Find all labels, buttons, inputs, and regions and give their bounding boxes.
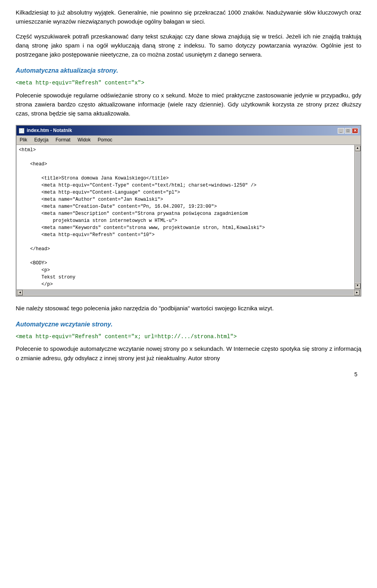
page-number: 5 bbox=[16, 370, 361, 379]
hscroll-track bbox=[24, 290, 353, 295]
scroll-right-button[interactable]: ► bbox=[354, 290, 360, 295]
notepad-titlebar-buttons[interactable]: _ □ ✕ bbox=[338, 128, 358, 134]
maximize-button[interactable]: □ bbox=[345, 128, 351, 134]
section2-code: <meta http-equiv="Refresh" content="x; u… bbox=[16, 333, 361, 341]
paragraph-3: Nie należy stosować tego polecenia jako … bbox=[16, 304, 361, 313]
notepad-body: <html> <head> <title>Strona domowa Jana … bbox=[16, 145, 361, 289]
section1-code: <meta http-equiv="Refresh" content="x"> bbox=[16, 79, 361, 88]
menu-format[interactable]: Format bbox=[54, 136, 72, 144]
paragraph-1: Kilkadziesiąt to już absolutny wyjątek. … bbox=[16, 8, 361, 26]
horizontal-scrollbar[interactable]: ◄ ► bbox=[16, 289, 361, 296]
scroll-left-button[interactable]: ◄ bbox=[17, 290, 23, 295]
section2-heading: Automatyczne wczytanie strony. bbox=[16, 320, 361, 330]
menu-help[interactable]: Pomoc bbox=[96, 136, 114, 144]
section1-heading: Automatyczna aktualizacja strony. bbox=[16, 66, 361, 76]
scroll-track bbox=[355, 152, 361, 282]
notepad-titlebar-left: 📄 index.htm - Notatnik bbox=[19, 127, 72, 134]
section1-text: Polecenie spowoduje regularne odświeżani… bbox=[16, 91, 361, 118]
menu-file[interactable]: Plik bbox=[18, 136, 29, 144]
scroll-up-button[interactable]: ▲ bbox=[355, 146, 361, 151]
section2-text1: Polecenie to spowoduje automatyczne wczy… bbox=[16, 344, 361, 363]
notepad-menubar[interactable]: Plik Edycja Format Widok Pomoc bbox=[16, 136, 361, 145]
notepad-icon: 📄 bbox=[19, 128, 24, 134]
close-button[interactable]: ✕ bbox=[352, 128, 358, 134]
menu-view[interactable]: Widok bbox=[76, 136, 92, 144]
scroll-down-button[interactable]: ▼ bbox=[355, 283, 361, 289]
notepad-text-area[interactable]: <html> <head> <title>Strona domowa Jana … bbox=[16, 145, 354, 289]
notepad-titlebar: 📄 index.htm - Notatnik _ □ ✕ bbox=[16, 126, 361, 136]
paragraph-2: Część wyszukiwarek potrafi przeskanować … bbox=[16, 32, 361, 59]
menu-edit[interactable]: Edycja bbox=[33, 136, 50, 144]
minimize-button[interactable]: _ bbox=[338, 128, 344, 134]
notepad-title: index.htm - Notatnik bbox=[27, 127, 72, 134]
vertical-scrollbar[interactable]: ▲ ▼ bbox=[354, 145, 361, 289]
notepad-window: 📄 index.htm - Notatnik _ □ ✕ Plik Edycja… bbox=[16, 125, 361, 296]
main-content: Kilkadziesiąt to już absolutny wyjątek. … bbox=[16, 8, 361, 379]
